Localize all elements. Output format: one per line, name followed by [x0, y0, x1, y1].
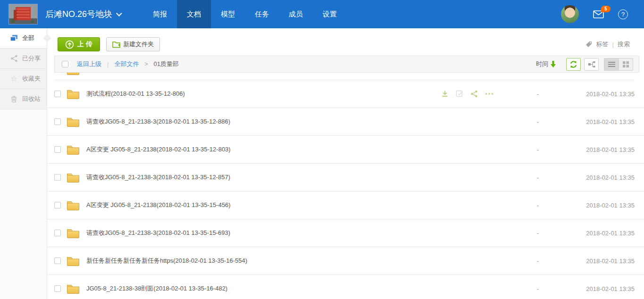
breadcrumb-root-link[interactable]: 全部文件: [114, 60, 139, 68]
new-folder-button[interactable]: 新建文件夹: [106, 37, 160, 51]
file-name[interactable]: 请查收JG05-8_21-2138-3(2018-02-01 13-35-12-…: [86, 117, 441, 126]
file-date: 2018-02-01 13:35: [564, 91, 635, 98]
file-date: 2018-02-01 13:35: [564, 118, 635, 125]
sidebar-item-shared[interactable]: 已分享: [0, 49, 47, 69]
table-row[interactable]: A区变更 JG05-8_21-2138(2018-02-01 13-35-12-…: [47, 136, 644, 164]
tab-members[interactable]: 成员: [279, 0, 313, 28]
row-checkbox[interactable]: [54, 118, 61, 125]
star-icon: ☆: [10, 75, 18, 83]
project-thumbnail[interactable]: [8, 4, 38, 25]
toolbar: 上 传 新建文件夹 标签 | 搜索: [47, 28, 644, 55]
sidebar-item-label: 回收站: [22, 95, 41, 103]
sidebar-item-label: 已分享: [22, 54, 41, 63]
list-view-button[interactable]: [604, 58, 619, 71]
table-row[interactable]: 测试流程(2018-02-01 13-35-12-806): [47, 80, 644, 108]
sidebar-item-label: 收藏夹: [22, 75, 41, 83]
select-check-icon[interactable]: [456, 90, 463, 98]
table-row[interactable]: 请查收JG05-8_21-2138-3(2018-02-01 13-35-12-…: [47, 108, 644, 136]
table-row[interactable]: 新任务新任务新任务新任务https(2018-02-01 13-35-16-55…: [47, 247, 644, 275]
table-row[interactable]: 请查收JG05-8_21-2138-3(2018-02-01 13-35-12-…: [47, 164, 644, 191]
folder-icon[interactable]: [67, 89, 80, 99]
sidebar-item-label: 全部: [22, 34, 34, 42]
row-checkbox[interactable]: [54, 285, 61, 292]
sort-desc-arrow-icon[interactable]: [551, 61, 556, 67]
tab-documents[interactable]: 文档: [177, 0, 211, 28]
avatar[interactable]: [561, 5, 579, 23]
help-button[interactable]: ?: [618, 9, 628, 19]
table-row[interactable]: 请查收JG05-8_21-2138-3(2018-02-01 13-35-15-…: [47, 219, 644, 247]
view-toggle-group: [604, 58, 633, 71]
share-icon[interactable]: [470, 90, 478, 98]
folder-icon[interactable]: [67, 172, 80, 183]
tab-settings[interactable]: 设置: [313, 0, 347, 28]
refresh-button[interactable]: [566, 58, 581, 71]
file-name[interactable]: 新任务新任务新任务新任务https(2018-02-01 13-35-16-55…: [86, 257, 441, 265]
grid-view-button[interactable]: [619, 58, 633, 71]
table-row[interactable]: JG05-8_21-2138-38剖面(2018-02-01 13-35-16-…: [47, 275, 644, 299]
file-list-rows: 测试流程(2018-02-01 13-35-12-806): [47, 80, 644, 299]
search-link[interactable]: 搜索: [618, 40, 630, 49]
file-name[interactable]: JG05-8_21-2138-38剖面(2018-02-01 13-35-16-…: [86, 284, 441, 293]
table-row[interactable]: A区变更 JG05-8_21-2138(2018-02-01 13-35-15-…: [47, 191, 644, 219]
file-size: -: [512, 202, 564, 209]
sidebar-item-favorites[interactable]: ☆ 收藏夹: [0, 69, 47, 89]
folder-icon[interactable]: [67, 228, 80, 238]
file-date: 2018-02-01 13:35: [564, 146, 635, 153]
top-bar: 后滩NO.26号地块 简报 文档 模型 任务 成员 设置 5 ?: [0, 0, 644, 28]
sidebar: 全部 已分享 ☆ 收藏夹 回收站: [0, 28, 47, 299]
back-to-parent-link[interactable]: 返回上级: [77, 60, 101, 68]
breadcrumb-current: 01质量部: [153, 60, 178, 68]
folder-icon[interactable]: [67, 256, 80, 266]
breadcrumb-bar: 返回上级 | 全部文件 > 01质量部 时间: [54, 56, 639, 73]
row-checkbox[interactable]: [54, 146, 61, 153]
more-actions-icon[interactable]: [485, 92, 493, 95]
select-all-checkbox[interactable]: [62, 61, 68, 67]
sidebar-item-trash[interactable]: 回收站: [0, 89, 47, 109]
row-checkbox[interactable]: [54, 202, 61, 208]
file-list: 测试流程(2018-02-01 13-35-12-806): [47, 73, 644, 299]
file-name[interactable]: A区变更 JG05-8_21-2138(2018-02-01 13-35-15-…: [86, 201, 441, 209]
files-stack-icon: [10, 34, 18, 42]
tab-models[interactable]: 模型: [211, 0, 245, 28]
tree-view-button[interactable]: [584, 58, 599, 71]
breadcrumb-divider: |: [107, 61, 109, 68]
question-mark-icon: ?: [621, 11, 625, 18]
share-icon: [10, 55, 18, 63]
folder-icon[interactable]: [67, 283, 80, 294]
chevron-down-icon: [116, 10, 122, 17]
file-name[interactable]: 请查收JG05-8_21-2138-3(2018-02-01 13-35-12-…: [86, 173, 441, 182]
sidebar-item-all[interactable]: 全部: [0, 28, 47, 49]
file-date: 2018-02-01 13:35: [564, 285, 635, 292]
file-date: 2018-02-01 13:35: [564, 174, 635, 181]
row-actions: [441, 90, 512, 98]
folder-icon[interactable]: [67, 144, 80, 155]
upload-button[interactable]: 上 传: [58, 37, 100, 51]
file-name[interactable]: 请查收JG05-8_21-2138-3(2018-02-01 13-35-15-…: [86, 229, 441, 237]
toolbar-divider: |: [612, 41, 614, 48]
folder-icon[interactable]: [67, 200, 80, 210]
upload-circle-arrow-icon: [65, 40, 74, 49]
file-name[interactable]: 测试流程(2018-02-01 13-35-12-806): [86, 90, 441, 98]
file-size: -: [512, 118, 564, 125]
file-name[interactable]: A区变更 JG05-8_21-2138(2018-02-01 13-35-12-…: [86, 145, 441, 154]
file-size: -: [512, 285, 564, 292]
sort-by-time-button[interactable]: 时间: [536, 60, 548, 68]
row-checkbox[interactable]: [54, 230, 61, 236]
file-size: -: [512, 146, 564, 153]
file-date: 2018-02-01 13:35: [564, 257, 635, 265]
tab-tasks[interactable]: 任务: [245, 0, 279, 28]
file-size: -: [512, 230, 564, 237]
row-checkbox[interactable]: [54, 91, 61, 97]
project-title[interactable]: 后滩NO.26号地块: [45, 8, 122, 20]
folder-icon: [67, 73, 80, 75]
row-checkbox[interactable]: [54, 174, 61, 181]
folder-plus-icon: [112, 41, 120, 48]
messages-button[interactable]: 5: [593, 10, 604, 18]
download-icon[interactable]: [441, 90, 449, 98]
tags-link[interactable]: 标签: [596, 40, 609, 49]
row-checkbox[interactable]: [54, 257, 61, 264]
file-date: 2018-02-01 13:35: [564, 202, 635, 209]
folder-icon[interactable]: [67, 116, 80, 127]
tab-briefing[interactable]: 简报: [143, 0, 177, 28]
file-date: 2018-02-01 13:35: [564, 230, 635, 237]
